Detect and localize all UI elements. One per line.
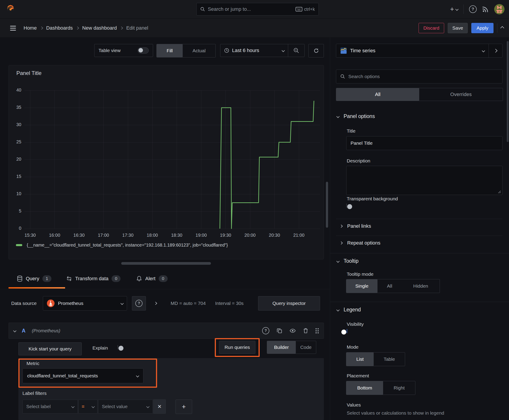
disable-query-eye-icon[interactable] bbox=[289, 328, 296, 334]
metric-label: Metric bbox=[26, 361, 39, 366]
builder-option[interactable]: Builder bbox=[267, 341, 296, 354]
repeat-options-header[interactable]: Repeat options bbox=[340, 240, 380, 246]
title-label: Title bbox=[347, 128, 356, 134]
sidebar-scrollbar-thumb[interactable] bbox=[507, 41, 509, 142]
datasource-help-button[interactable]: ? bbox=[132, 296, 146, 310]
duplicate-query-icon[interactable] bbox=[276, 328, 282, 334]
run-queries-button[interactable]: Run queries bbox=[219, 341, 255, 354]
help-icon[interactable]: ? bbox=[469, 5, 477, 13]
fill-option[interactable]: Fill bbox=[157, 44, 183, 57]
breadcrumb-new-dashboard[interactable]: New dashboard bbox=[82, 25, 117, 31]
search-options-box[interactable]: Search options bbox=[336, 69, 502, 83]
section-divider bbox=[336, 219, 502, 219]
legend-visibility-toggle[interactable] bbox=[347, 329, 347, 333]
datasource-select[interactable]: Prometheus bbox=[43, 296, 127, 310]
y-tick-label: 15 bbox=[9, 174, 21, 179]
refresh-button[interactable] bbox=[308, 44, 324, 57]
breadcrumb-dashboards[interactable]: Dashboards bbox=[46, 25, 73, 31]
panel-title-input[interactable] bbox=[346, 136, 502, 150]
tooltip-mode-single[interactable]: Single bbox=[346, 279, 378, 293]
fill-actual-segmented: Fill Actual bbox=[156, 44, 216, 57]
news-rss-icon[interactable] bbox=[482, 6, 489, 13]
remove-filter-button[interactable]: ✕ bbox=[153, 399, 166, 414]
grafana-logo-icon bbox=[5, 4, 16, 14]
visualization-picker[interactable]: Time series bbox=[336, 44, 502, 58]
gridline-y bbox=[24, 229, 320, 229]
tooltip-mode-all[interactable]: All bbox=[378, 279, 402, 293]
chevron-right-icon bbox=[494, 49, 498, 53]
resize-handle-icon[interactable] bbox=[498, 190, 501, 193]
y-tick-label: 0 bbox=[9, 226, 21, 231]
table-view-toggle[interactable] bbox=[137, 47, 149, 54]
legend-section-header[interactable]: Legend bbox=[337, 307, 361, 313]
select-value-dropdown[interactable]: Select value bbox=[98, 400, 153, 413]
apply-button[interactable]: Apply bbox=[471, 23, 494, 33]
legend-placement-right[interactable]: Right bbox=[383, 381, 415, 395]
add-filter-button[interactable]: + bbox=[175, 400, 192, 414]
tooltip-header[interactable]: Tooltip bbox=[337, 258, 358, 264]
global-search-box[interactable]: Search or jump to... ctrl+k bbox=[196, 3, 319, 15]
legend-placement-bottom[interactable]: Bottom bbox=[346, 381, 383, 395]
save-button[interactable]: Save bbox=[448, 23, 468, 33]
explain-toggle[interactable] bbox=[118, 345, 118, 349]
metric-select[interactable]: cloudflared_tunnel_total_requests bbox=[23, 368, 144, 383]
chevron-down-icon bbox=[455, 8, 458, 11]
query-inspector-button[interactable]: Query inspector bbox=[258, 296, 320, 310]
zoom-out-icon bbox=[293, 48, 299, 53]
breadcrumb: Home Dashboards New dashboard Edit panel bbox=[23, 25, 148, 31]
viz-suggestions-button[interactable] bbox=[489, 49, 502, 52]
explain-label: Explain bbox=[92, 345, 108, 351]
panel-options-header[interactable]: Panel options bbox=[337, 113, 375, 119]
query-help-icon[interactable]: ? bbox=[262, 327, 269, 334]
x-tick-label: 17:30 bbox=[119, 233, 137, 238]
x-tick-label: 19:30 bbox=[217, 233, 235, 238]
user-avatar[interactable] bbox=[494, 4, 504, 14]
legend-mode-label: Mode bbox=[347, 344, 359, 350]
time-range-picker[interactable]: Last 6 hours bbox=[220, 48, 288, 53]
database-icon bbox=[17, 276, 23, 282]
panel-links-header[interactable]: Panel links bbox=[340, 223, 371, 229]
query-row-collapse-icon[interactable] bbox=[13, 329, 16, 332]
query-row-header[interactable]: A (Prometheus) ? bbox=[8, 323, 324, 339]
zoom-out-button[interactable] bbox=[288, 48, 304, 53]
transparent-background-label: Transparent background bbox=[347, 196, 398, 202]
x-tick-label: 17:00 bbox=[94, 233, 113, 238]
drag-query-grip-icon[interactable] bbox=[316, 328, 319, 333]
breadcrumb-home[interactable]: Home bbox=[23, 25, 37, 31]
actual-option[interactable]: Actual bbox=[183, 44, 215, 57]
code-option[interactable]: Code bbox=[296, 341, 316, 354]
delete-query-trash-icon[interactable] bbox=[303, 328, 308, 334]
tab-all[interactable]: All bbox=[336, 88, 419, 101]
time-range-control: Last 6 hours bbox=[220, 44, 304, 57]
legend-mode-list[interactable]: List bbox=[346, 352, 374, 366]
tab-query[interactable]: Query 1 bbox=[17, 275, 51, 282]
add-menu-button[interactable]: + bbox=[450, 6, 458, 13]
tab-transform-data[interactable]: Transform data 0 bbox=[66, 275, 121, 282]
chevron-down-icon bbox=[91, 405, 95, 408]
panel-options-heading: Panel options bbox=[344, 113, 375, 119]
grafana-logo[interactable] bbox=[5, 4, 16, 14]
topbar-divider bbox=[463, 5, 464, 14]
select-label-dropdown[interactable]: Select label bbox=[23, 400, 78, 413]
chart-plot-area[interactable] bbox=[24, 90, 320, 229]
transparent-background-toggle[interactable] bbox=[346, 203, 347, 208]
tabs-divider bbox=[0, 289, 330, 289]
x-tick-label: 18:00 bbox=[144, 233, 161, 238]
description-textarea[interactable] bbox=[346, 166, 502, 195]
discard-button[interactable]: Discard bbox=[418, 23, 444, 33]
tooltip-mode-hidden[interactable]: Hidden bbox=[402, 279, 440, 293]
hamburger-menu-icon[interactable] bbox=[10, 26, 16, 30]
tab-alert[interactable]: Alert 0 bbox=[136, 275, 167, 282]
operator-dropdown[interactable]: = bbox=[78, 400, 98, 413]
top-nav-bar: Search or jump to... ctrl+k + ? bbox=[0, 0, 509, 19]
tab-overrides[interactable]: Overrides bbox=[419, 88, 503, 101]
legend-item[interactable]: {__name__="cloudflared_tunnel_total_requ… bbox=[16, 242, 228, 248]
section-divider bbox=[336, 236, 502, 236]
vertical-scrollbar-thumb[interactable] bbox=[326, 182, 328, 228]
horizontal-scrollbar-thumb[interactable] bbox=[121, 262, 211, 265]
collapse-header-icon[interactable] bbox=[501, 26, 504, 30]
legend-mode-table[interactable]: Table bbox=[374, 352, 405, 366]
query-options-expand-icon[interactable] bbox=[154, 302, 157, 305]
y-tick-label: 10 bbox=[9, 191, 21, 196]
kick-start-query-button[interactable]: Kick start your query bbox=[18, 342, 82, 355]
